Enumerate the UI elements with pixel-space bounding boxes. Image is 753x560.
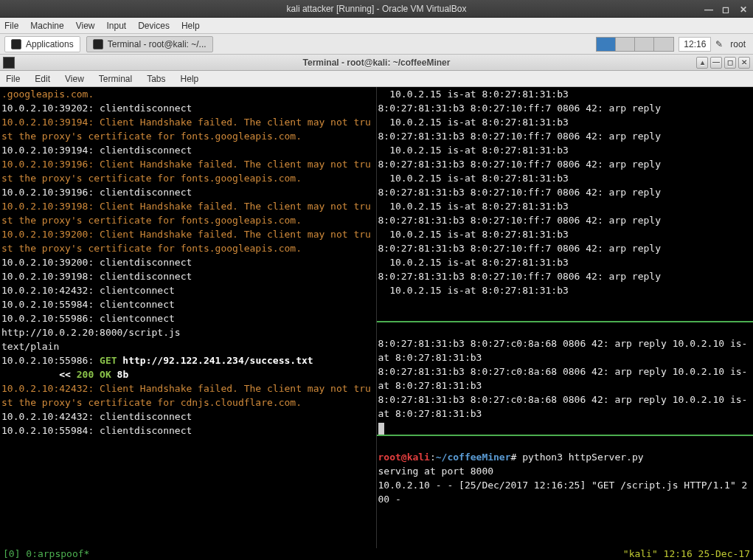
- arp-line: 8:0:27:81:31:b3 8:0:27:10:ff:7 0806 42: …: [378, 215, 662, 226]
- menu-input[interactable]: Input: [107, 21, 127, 31]
- log-line: <<: [1, 369, 77, 380]
- close-button[interactable]: ✕: [740, 4, 749, 13]
- terminal-cursor: [378, 423, 384, 435]
- menu-devices[interactable]: Devices: [138, 21, 170, 31]
- term-menu-view[interactable]: View: [65, 74, 84, 84]
- terminal-maximize-button[interactable]: ◻: [724, 57, 736, 69]
- tmux-statusbar: [0] 0:arpspoof* "kali" 12:16 25-Dec-17: [0, 548, 753, 560]
- workspace-switcher[interactable]: [596, 37, 674, 52]
- arp-line: 8:0:27:81:31:b3 8:0:27:10:ff:7 0806 42: …: [378, 271, 662, 282]
- terminal-close-button[interactable]: ✕: [738, 57, 750, 69]
- log-line: 10.0.2.10:39196: Client Handshake failed…: [1, 159, 371, 184]
- log-line: .googleapis.com.: [1, 89, 94, 100]
- term-menu-help[interactable]: Help: [181, 74, 199, 84]
- terminal-rollup-button[interactable]: ▴: [696, 57, 708, 69]
- prompt-command: # python3 httpServer.py: [511, 452, 644, 463]
- taskbar-terminal[interactable]: Terminal - root@kali: ~/...: [86, 36, 213, 52]
- log-line: 10.0.2.10:39196: clientdisconnect: [1, 187, 192, 198]
- log-line: 10.0.2.10:42432: Client Handshake failed…: [1, 383, 371, 408]
- tmux-pane-right-mid[interactable]: 8:0:27:81:31:b3 8:0:27:c0:8a:68 0806 42:…: [377, 322, 754, 436]
- arp-line: 10.0.2.15 is-at 8:0:27:81:31:b3: [378, 257, 569, 268]
- menu-view[interactable]: View: [76, 21, 95, 31]
- vbox-window-controls: — ◻ ✕: [704, 4, 749, 13]
- arp-line: 8:0:27:81:31:b3 8:0:27:10:ff:7 0806 42: …: [378, 103, 662, 114]
- menu-help[interactable]: Help: [181, 21, 200, 31]
- terminal-menubar: File Edit View Terminal Tabs Help: [0, 71, 753, 87]
- arp-line: 10.0.2.15 is-at 8:0:27:81:31:b3: [378, 285, 569, 296]
- tmux-pane-right-bot[interactable]: root@kali:~/coffeeMiner# python3 httpSer…: [377, 436, 754, 548]
- log-line: 10.0.2.10:42432: clientconnect: [1, 285, 175, 296]
- vbox-title: kali attacker [Running] - Oracle VM Virt…: [287, 4, 467, 14]
- terminal-body[interactable]: .googleapis.com. 10.0.2.10:39202: client…: [0, 87, 753, 548]
- http-status: 200 OK: [77, 369, 111, 380]
- virtualbox-menubar: File Machine View Input Devices Help: [0, 18, 753, 34]
- virtualbox-titlebar: kali attacker [Running] - Oracle VM Virt…: [0, 0, 753, 18]
- menu-file[interactable]: File: [4, 21, 18, 31]
- applications-icon: [11, 39, 21, 49]
- http-url: http://92.122.241.234/success.txt: [117, 355, 313, 366]
- tmux-pane-left[interactable]: .googleapis.com. 10.0.2.10:39202: client…: [0, 87, 377, 548]
- arp-line: 8:0:27:81:31:b3 8:0:27:c0:8a:68 0806 42:…: [378, 366, 748, 391]
- minimize-button[interactable]: —: [704, 4, 713, 13]
- panel-user[interactable]: root: [727, 39, 749, 49]
- term-menu-tabs[interactable]: Tabs: [147, 74, 165, 84]
- prompt-path: ~/coffeeMiner: [436, 452, 511, 463]
- log-line: text/plain: [1, 341, 59, 352]
- arp-line: 8:0:27:81:31:b3 8:0:27:10:ff:7 0806 42: …: [378, 159, 662, 170]
- terminal-title: Terminal - root@kali: ~/coffeeMiner: [303, 58, 451, 68]
- log-line: 10.0.2.10:55986:: [1, 355, 100, 366]
- terminal-minimize-button[interactable]: —: [710, 57, 722, 69]
- log-line: http://10.0.2.20:8000/script.js: [1, 327, 181, 338]
- arp-line: 10.0.2.15 is-at 8:0:27:81:31:b3: [378, 89, 569, 100]
- arp-line: 10.0.2.15 is-at 8:0:27:81:31:b3: [378, 229, 569, 240]
- arp-line: 8:0:27:81:31:b3 8:0:27:10:ff:7 0806 42: …: [378, 187, 662, 198]
- http-size: 8b: [111, 369, 128, 380]
- tmux-pane-right-top[interactable]: 10.0.2.15 is-at 8:0:27:81:31:b3 8:0:27:8…: [377, 87, 754, 322]
- log-line: 10.0.2.10:39198: clientdisconnect: [1, 271, 192, 282]
- log-line: 10.0.2.10:39200: clientdisconnect: [1, 257, 192, 268]
- workspace-1[interactable]: [597, 38, 616, 51]
- log-line: 10.0.2.10:42432: clientdisconnect: [1, 411, 192, 422]
- log-line: 10.0.2.10:39194: Client Handshake failed…: [1, 117, 371, 142]
- arp-line: 10.0.2.15 is-at 8:0:27:81:31:b3: [378, 145, 569, 156]
- log-line: 10.0.2.10:55984: clientdisconnect: [1, 425, 192, 436]
- workspace-2[interactable]: [616, 38, 635, 51]
- log-line: 10.0.2.10:39194: clientdisconnect: [1, 145, 192, 156]
- prompt-user: root@kali: [378, 452, 430, 463]
- panel-clock[interactable]: 12:16: [679, 37, 711, 52]
- tmux-status-right: "kali" 12:16 25-Dec-17: [623, 548, 750, 560]
- arp-line: 10.0.2.15 is-at 8:0:27:81:31:b3: [378, 201, 569, 212]
- log-line: 10.0.2.10:55984: clientconnect: [1, 299, 175, 310]
- arp-line: 8:0:27:81:31:b3 8:0:27:c0:8a:68 0806 42:…: [378, 394, 748, 419]
- terminal-titlebar[interactable]: Terminal - root@kali: ~/coffeeMiner ▴ — …: [0, 55, 753, 71]
- term-menu-edit[interactable]: Edit: [35, 74, 50, 84]
- keyboard-indicator-icon[interactable]: ✎: [715, 39, 723, 49]
- log-line: 10.0.2.10:39200: Client Handshake failed…: [1, 229, 371, 254]
- xfce-panel: Applications Terminal - root@kali: ~/...…: [0, 34, 753, 55]
- tmux-status-left: [0] 0:arpspoof*: [3, 548, 89, 560]
- log-line: 10.0.2.10:39198: Client Handshake failed…: [1, 201, 371, 226]
- arp-line: 8:0:27:81:31:b3 8:0:27:10:ff:7 0806 42: …: [378, 243, 662, 254]
- applications-menu[interactable]: Applications: [4, 36, 80, 52]
- server-line: 10.0.2.10 - - [25/Dec/2017 12:16:25] "GE…: [378, 480, 748, 505]
- arp-line: 8:0:27:81:31:b3 8:0:27:c0:8a:68 0806 42:…: [378, 338, 748, 363]
- http-method: GET: [100, 355, 117, 366]
- terminal-icon: [93, 39, 103, 49]
- server-line: serving at port 8000: [378, 466, 494, 477]
- workspace-4[interactable]: [654, 38, 673, 51]
- log-line: 10.0.2.10:55986: clientconnect: [1, 313, 175, 324]
- term-menu-terminal[interactable]: Terminal: [99, 74, 132, 84]
- log-line: 10.0.2.10:39202: clientdisconnect: [1, 103, 192, 114]
- workspace-3[interactable]: [635, 38, 654, 51]
- arp-line: 10.0.2.15 is-at 8:0:27:81:31:b3: [378, 117, 569, 128]
- menu-machine[interactable]: Machine: [30, 21, 63, 31]
- maximize-button[interactable]: ◻: [722, 4, 731, 13]
- arp-line: 8:0:27:81:31:b3 8:0:27:10:ff:7 0806 42: …: [378, 131, 662, 142]
- arp-line: 10.0.2.15 is-at 8:0:27:81:31:b3: [378, 173, 569, 184]
- term-menu-file[interactable]: File: [6, 74, 20, 84]
- terminal-window-icon: [3, 57, 15, 69]
